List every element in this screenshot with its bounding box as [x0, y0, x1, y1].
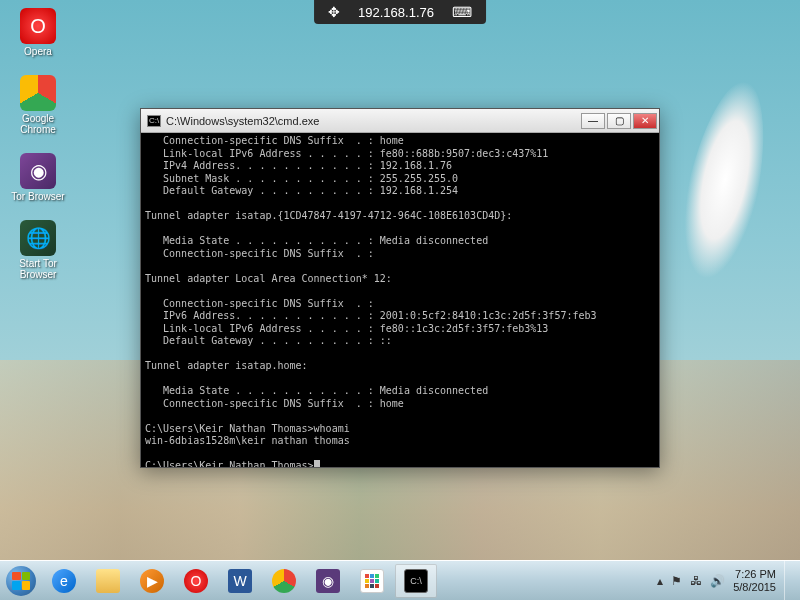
globe-icon: 🌐 — [20, 220, 56, 256]
cmd-titlebar[interactable]: C:\ C:\Windows\system32\cmd.exe — ▢ ✕ — [141, 109, 659, 133]
remote-ip: 192.168.1.76 — [358, 5, 434, 20]
taskbar-item-tor[interactable]: ◉ — [307, 564, 349, 598]
desktop-icon-label: Opera — [24, 46, 52, 57]
chrome-icon — [20, 75, 56, 111]
tray-chevron-icon[interactable]: ▴ — [657, 574, 663, 588]
taskbar-item-apps[interactable] — [351, 564, 393, 598]
taskbar-item-explorer[interactable] — [87, 564, 129, 598]
tor-icon: ◉ — [316, 569, 340, 593]
opera-icon: O — [184, 569, 208, 593]
folder-icon — [96, 569, 120, 593]
cmd-output[interactable]: Connection-specific DNS Suffix . : home … — [141, 133, 659, 467]
close-button[interactable]: ✕ — [633, 113, 657, 129]
move-icon[interactable]: ✥ — [328, 4, 340, 20]
volume-icon[interactable]: 🔊 — [710, 574, 725, 588]
cmd-title: C:\Windows\system32\cmd.exe — [166, 115, 581, 127]
desktop-icon-tor-browser[interactable]: ◉ Tor Browser — [8, 153, 68, 202]
word-icon: W — [228, 569, 252, 593]
desktop-icons: O Opera Google Chrome ◉ Tor Browser 🌐 St… — [8, 8, 68, 280]
remote-connection-bar: ✥ 192.168.1.76 ⌨ — [314, 0, 486, 24]
keyboard-icon[interactable]: ⌨ — [452, 4, 472, 20]
wallpaper-feather — [670, 75, 780, 285]
show-desktop-button[interactable] — [784, 561, 794, 601]
window-controls: — ▢ ✕ — [581, 113, 657, 129]
clock-date: 5/8/2015 — [733, 581, 776, 594]
taskbar-item-opera[interactable]: O — [175, 564, 217, 598]
apps-grid-icon — [360, 569, 384, 593]
network-icon[interactable]: 🖧 — [690, 574, 702, 588]
taskbar-item-chrome[interactable] — [263, 564, 305, 598]
system-tray: ▴ ⚑ 🖧 🔊 7:26 PM 5/8/2015 — [657, 561, 800, 600]
taskbar-item-ie[interactable]: e — [43, 564, 85, 598]
windows-logo-icon — [6, 566, 36, 596]
desktop-icon-label: Tor Browser — [11, 191, 64, 202]
taskbar: e ▶ O W ◉ C:\ ▴ ⚑ 🖧 🔊 7:26 PM 5/8/2015 — [0, 560, 800, 600]
taskbar-item-wmp[interactable]: ▶ — [131, 564, 173, 598]
ie-icon: e — [52, 569, 76, 593]
desktop-icon-label: Start Tor Browser — [8, 258, 68, 280]
opera-icon: O — [20, 8, 56, 44]
start-button[interactable] — [0, 561, 42, 601]
cmd-icon: C:\ — [404, 569, 428, 593]
taskbar-item-cmd[interactable]: C:\ — [395, 564, 437, 598]
desktop-icon-chrome[interactable]: Google Chrome — [8, 75, 68, 135]
taskbar-clock[interactable]: 7:26 PM 5/8/2015 — [733, 568, 776, 593]
wmp-icon: ▶ — [140, 569, 164, 593]
action-center-icon[interactable]: ⚑ — [671, 574, 682, 588]
cmd-icon: C:\ — [147, 115, 161, 127]
minimize-button[interactable]: — — [581, 113, 605, 129]
clock-time: 7:26 PM — [733, 568, 776, 581]
desktop-icon-opera[interactable]: O Opera — [8, 8, 68, 57]
maximize-button[interactable]: ▢ — [607, 113, 631, 129]
taskbar-item-word[interactable]: W — [219, 564, 261, 598]
desktop-icon-label: Google Chrome — [8, 113, 68, 135]
chrome-icon — [272, 569, 296, 593]
desktop-icon-start-tor[interactable]: 🌐 Start Tor Browser — [8, 220, 68, 280]
cmd-window: C:\ C:\Windows\system32\cmd.exe — ▢ ✕ Co… — [140, 108, 660, 468]
tor-icon: ◉ — [20, 153, 56, 189]
